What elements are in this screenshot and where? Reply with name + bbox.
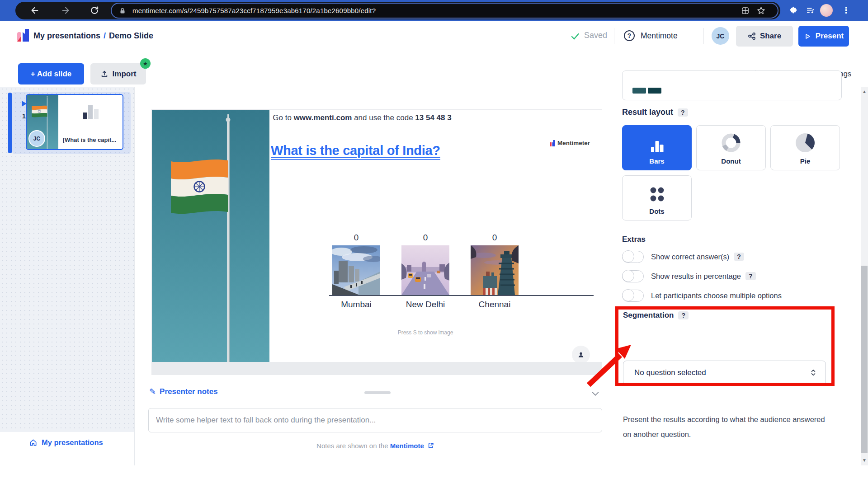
layout-option-bars[interactable]: Bars <box>622 125 692 170</box>
slide-question-title[interactable]: What is the capital of India? <box>271 143 440 160</box>
breadcrumb-separator: / <box>104 31 106 41</box>
presenter-notes-toggle[interactable]: ✎ Presenter notes <box>149 387 218 397</box>
app-header: My presentations / Demo Slide Saved ? Me… <box>0 21 868 51</box>
toggle-help-badge[interactable]: ? <box>734 253 744 261</box>
present-button[interactable]: Present <box>798 26 849 47</box>
toggle-label: Let participants choose multiple options <box>651 291 782 300</box>
thumbnail-chart-icon <box>58 105 123 119</box>
reload-icon[interactable] <box>90 5 99 15</box>
import-button[interactable]: Import <box>90 63 146 84</box>
segmentation-dropdown-value: No question selected <box>634 368 810 377</box>
join-domain: www.menti.com <box>294 113 352 122</box>
mumbai-image <box>332 245 380 295</box>
notes-drag-handle[interactable] <box>364 391 391 394</box>
toggle-label: Show results in percentage <box>651 272 741 281</box>
chart-label: New Delhi <box>392 300 459 310</box>
mentimote-label: Mentimote <box>641 31 678 41</box>
browser-menu-icon[interactable]: ⋮ <box>842 5 850 15</box>
segmentation-heading: Segmentation ? <box>623 311 689 320</box>
tab-groups-icon[interactable] <box>741 6 750 15</box>
header-divider-2 <box>703 28 704 44</box>
chart-baseline <box>329 295 594 296</box>
slide-flag-image <box>152 110 269 362</box>
presenter-notes-label: Presenter notes <box>160 387 218 396</box>
mentimote-button[interactable]: ? Mentimote <box>624 30 678 41</box>
breadcrumb-current[interactable]: Demo Slide <box>109 31 153 41</box>
chevron-down-icon[interactable] <box>590 389 600 399</box>
show-percentage-toggle[interactable] <box>622 270 644 282</box>
share-label: Share <box>760 32 781 41</box>
toggle-help-badge[interactable]: ? <box>745 272 756 280</box>
select-stepper-icon <box>810 368 816 377</box>
scrollbar-thumb[interactable] <box>861 266 868 453</box>
present-label: Present <box>816 32 844 41</box>
multiple-options-toggle[interactable] <box>622 290 644 302</box>
customize-panel: Result layout ? Bars Donut Pie Dots Extr… <box>616 87 859 465</box>
app-window: mentimeter.com/s/2459b757587a23ccf718795… <box>0 0 868 488</box>
chart-value: 0 <box>471 233 519 243</box>
back-icon[interactable] <box>30 5 40 15</box>
slide-selected-bar <box>8 93 12 153</box>
show-correct-answers-toggle[interactable] <box>622 251 644 263</box>
donut-icon <box>721 132 741 153</box>
layout-option-pie[interactable]: Pie <box>770 125 840 170</box>
notes-input[interactable] <box>148 408 602 432</box>
panel-previous-card <box>622 70 842 100</box>
chart-label: Mumbai <box>322 300 390 310</box>
segmentation-dropdown[interactable]: No question selected <box>623 361 826 385</box>
play-icon <box>804 33 811 40</box>
slide-canvas[interactable]: Go to www.menti.com and use the code 13 … <box>151 109 602 375</box>
user-avatar[interactable]: JC <box>712 27 729 45</box>
help-circle-icon: ? <box>624 30 635 41</box>
notes-footer: Notes are shown on the Mentimote <box>148 442 602 450</box>
profile-avatar[interactable] <box>820 4 833 17</box>
bookmark-star-icon[interactable] <box>756 6 766 15</box>
toggle-row-multiple-options: Let participants choose multiple options <box>622 288 782 303</box>
slide-sidebar: 1 [What is the capit... JC <box>0 87 135 465</box>
mentimote-link[interactable]: Mentimote <box>390 442 424 450</box>
pie-icon <box>795 132 816 153</box>
canvas-footer-strip <box>152 362 602 375</box>
my-presentations-link[interactable]: My presentations <box>29 438 103 447</box>
chart-label: Chennai <box>461 300 528 310</box>
toggle-row-correct-answers: Show correct answer(s)? <box>622 249 744 264</box>
mentimeter-logo-icon[interactable] <box>16 28 30 42</box>
result-layout-help-badge[interactable]: ? <box>678 108 688 117</box>
layout-option-dots[interactable]: Dots <box>622 175 692 221</box>
toggle-row-percentage: Show results in percentage? <box>622 269 756 283</box>
pencil-icon: ✎ <box>149 387 156 397</box>
press-s-hint: Press S to show image <box>358 329 493 336</box>
result-layout-heading: Result layout ? <box>622 108 688 117</box>
forward-icon[interactable] <box>61 5 71 15</box>
share-button[interactable]: Share <box>736 26 793 47</box>
scroll-up-arrow[interactable]: ▲ <box>862 89 867 94</box>
home-icon <box>29 438 38 447</box>
participants-chip[interactable] <box>572 346 590 364</box>
color-swatch <box>648 88 661 94</box>
layout-option-donut[interactable]: Donut <box>696 125 766 170</box>
chart-value: 0 <box>332 233 380 243</box>
chennai-image <box>471 245 519 295</box>
extensions-puzzle-icon[interactable] <box>789 6 798 15</box>
segmentation-help-badge[interactable]: ? <box>678 311 689 319</box>
watermark-label: Mentimeter <box>557 140 590 146</box>
address-bar[interactable]: mentimeter.com/s/2459b757587a23ccf718795… <box>112 4 778 18</box>
url-text: mentimeter.com/s/2459b757587a23ccf718795… <box>132 7 376 14</box>
join-instructions: Go to www.menti.com and use the code 13 … <box>152 113 572 122</box>
import-new-badge: ★ <box>140 58 151 69</box>
color-swatch <box>632 88 646 94</box>
external-link-icon <box>428 442 434 448</box>
person-icon <box>577 351 585 359</box>
panel-scrollbar[interactable]: ▲ ▼ <box>861 87 868 465</box>
breadcrumb-root[interactable]: My presentations <box>33 31 100 41</box>
browser-chrome: mentimeter.com/s/2459b757587a23ccf718795… <box>0 0 868 21</box>
breadcrumb: My presentations / Demo Slide <box>33 21 153 51</box>
lock-icon <box>119 7 126 14</box>
scroll-down-arrow[interactable]: ▼ <box>862 458 867 463</box>
bars-icon <box>650 140 664 153</box>
reading-list-icon[interactable] <box>806 6 815 15</box>
thumbnail-caption: [What is the capit... <box>58 136 121 143</box>
notes-footer-text: Notes are shown on the <box>316 442 390 450</box>
extras-heading: Extras <box>622 235 646 244</box>
add-slide-button[interactable]: + Add slide <box>18 63 84 84</box>
